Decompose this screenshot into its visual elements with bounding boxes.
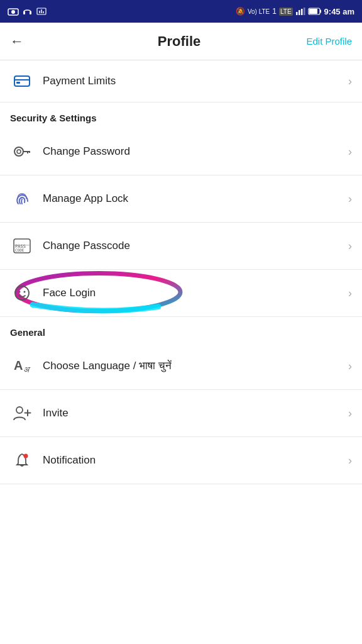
page-title: Profile <box>31 33 327 50</box>
change-passcode-item[interactable]: PASS CODE Change Passcode › <box>0 223 362 270</box>
mute-icon: 🔕 <box>236 7 245 16</box>
camera-icon <box>8 7 19 16</box>
svg-rect-8 <box>296 12 298 15</box>
svg-point-30 <box>24 291 26 293</box>
payment-limits-chevron: › <box>348 75 352 88</box>
face-login-item[interactable]: Face Login › <box>0 270 362 317</box>
change-password-label: Change Password <box>43 145 348 158</box>
payment-limits-item[interactable]: Payment Limits › <box>0 60 362 103</box>
svg-point-1 <box>11 10 15 14</box>
svg-rect-3 <box>30 11 31 14</box>
invite-icon <box>10 401 34 425</box>
svg-text:अ: अ <box>23 365 31 374</box>
svg-rect-11 <box>304 8 305 15</box>
svg-rect-25 <box>14 245 30 246</box>
sim-label: 1 <box>272 7 277 16</box>
passcode-icon: PASS CODE <box>10 234 34 258</box>
lte-label: LTE <box>279 8 293 16</box>
battery-icon <box>308 8 322 15</box>
svg-rect-10 <box>301 9 303 15</box>
svg-text:CODE: CODE <box>15 248 25 252</box>
manage-app-lock-item[interactable]: Manage App Lock › <box>0 175 362 223</box>
face-login-chevron: › <box>348 287 352 300</box>
svg-text:A: A <box>14 358 23 372</box>
change-passcode-chevron: › <box>348 240 352 253</box>
manage-app-lock-chevron: › <box>348 192 352 206</box>
notification-chevron: › <box>348 454 352 467</box>
svg-rect-2 <box>23 11 25 14</box>
time-display: 9:45 am <box>324 7 354 16</box>
svg-point-36 <box>24 454 28 458</box>
svg-point-29 <box>19 291 21 293</box>
invite-label: Invite <box>43 407 348 419</box>
invite-item[interactable]: Invite › <box>0 390 362 437</box>
svg-rect-9 <box>299 10 300 15</box>
page-header: ← Profile Edit Profile <box>0 23 362 60</box>
general-section-label: General <box>0 317 362 343</box>
back-button[interactable]: ← <box>10 33 24 50</box>
payment-limits-label: Payment Limits <box>43 75 348 87</box>
choose-language-chevron: › <box>348 360 352 373</box>
face-login-label: Face Login <box>43 287 348 299</box>
change-passcode-label: Change Passcode <box>43 240 348 252</box>
invite-chevron: › <box>348 407 352 420</box>
choose-language-item[interactable]: A अ Choose Language / भाषा चुनें › <box>0 343 362 390</box>
face-icon <box>10 281 34 305</box>
signal-icon <box>295 7 305 16</box>
notification-label: Notification <box>43 454 348 467</box>
change-password-item[interactable]: Change Password › <box>0 128 362 175</box>
svg-point-19 <box>17 150 21 153</box>
svg-point-18 <box>14 147 23 156</box>
payment-limits-icon <box>10 69 34 93</box>
status-bar: 🔕 Vo) LTE 1 LTE 9:45 am <box>0 0 362 23</box>
svg-rect-14 <box>309 9 317 14</box>
language-icon: A अ <box>10 354 34 378</box>
wifi-icon <box>36 7 47 16</box>
svg-point-28 <box>15 286 29 300</box>
fingerprint-icon <box>10 187 34 211</box>
svg-rect-13 <box>320 10 321 13</box>
svg-rect-17 <box>16 82 20 84</box>
headphone-icon <box>23 7 33 16</box>
status-right-icons: 🔕 Vo) LTE 1 LTE 9:45 am <box>236 7 354 16</box>
security-settings-section-label: Security & Settings <box>0 103 362 128</box>
manage-app-lock-label: Manage App Lock <box>43 192 348 205</box>
edit-profile-button[interactable]: Edit Profile <box>306 36 352 47</box>
change-password-chevron: › <box>348 145 352 158</box>
svg-point-33 <box>16 407 23 413</box>
notification-icon <box>10 448 34 472</box>
key-icon <box>10 140 34 164</box>
network-label: Vo) LTE <box>248 8 270 15</box>
svg-rect-15 <box>14 76 30 86</box>
status-left-icons <box>8 7 47 16</box>
choose-language-label: Choose Language / भाषा चुनें <box>43 360 348 372</box>
notification-item[interactable]: Notification › <box>0 437 362 484</box>
